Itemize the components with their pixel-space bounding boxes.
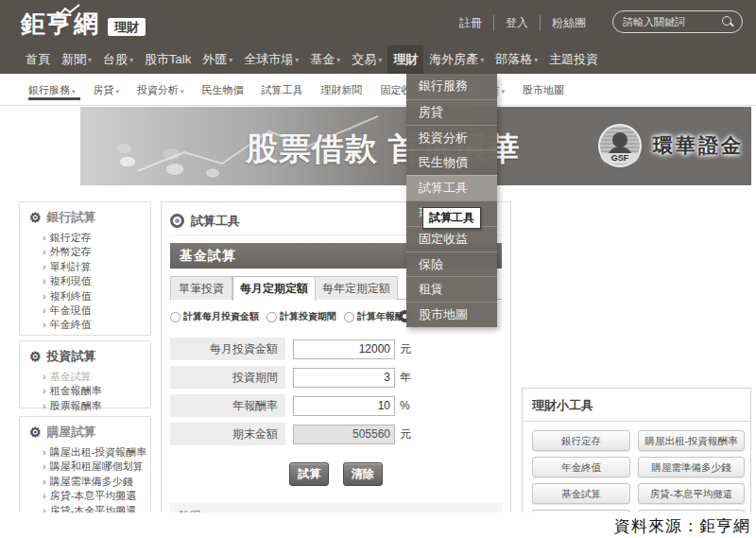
login-link[interactable]: 登入 bbox=[493, 15, 540, 31]
radio-icon[interactable] bbox=[266, 312, 277, 322]
caret-down-icon: ▾ bbox=[336, 56, 340, 64]
arrow-right-icon: › bbox=[43, 319, 46, 330]
radio-calc-period[interactable]: 計算投資期間 bbox=[266, 310, 336, 323]
wealth-dropdown-menu: 銀行服務 房貸 投資分析 民生物價 試算工具 理財新聞 固定收益 保險 租賃 股… bbox=[406, 74, 497, 327]
tool-fund-calc[interactable]: 基金試算 bbox=[532, 483, 630, 504]
bullseye-icon bbox=[170, 214, 184, 228]
search-input[interactable] bbox=[621, 15, 722, 28]
search-box[interactable] bbox=[612, 10, 743, 33]
sidebar-item-buy-rent-return[interactable]: ›購屋出租-投資報酬率 bbox=[43, 445, 141, 460]
sidebar-item-fund-calc[interactable]: ›基金試算 bbox=[43, 370, 141, 384]
tool-bank-deposit[interactable]: 銀行定存 bbox=[532, 430, 630, 451]
account-links: 註冊 登入 粉絲團 bbox=[448, 15, 597, 31]
tab-yearly-fixed[interactable]: 每年定期定額 bbox=[315, 276, 398, 300]
sidebar-item-annuity-fv[interactable]: ›年金終值 bbox=[43, 318, 141, 332]
sidebar-item-buy-vs-rent[interactable]: ›購屋和租屋哪個划算 bbox=[43, 460, 141, 474]
subnav-invest-analysis[interactable]: 投資分析▾ bbox=[137, 83, 184, 97]
site-logo[interactable]: 鉅亨網 理財 bbox=[21, 9, 146, 38]
sidebar-item-rent-return[interactable]: ›租金報酬率 bbox=[43, 384, 141, 398]
tool-mortgage-equal-payment[interactable]: 房貸-本息平均攤還 bbox=[638, 483, 745, 504]
arrow-right-icon: › bbox=[43, 385, 46, 396]
tab-monthly-fixed[interactable]: 每月定期定額 bbox=[232, 276, 316, 301]
menu-item-stock-map[interactable]: 股市地圖 bbox=[406, 302, 497, 327]
clear-button[interactable]: 清除 bbox=[343, 462, 383, 486]
radio-icon[interactable] bbox=[170, 312, 180, 322]
investment-period-input[interactable] bbox=[293, 368, 395, 388]
form-row: 投資期間 年 bbox=[170, 366, 502, 389]
caret-down-icon: ▾ bbox=[229, 56, 232, 64]
advertiser-name: 環華證金 bbox=[653, 132, 744, 159]
sidebar-section-housing: ⚙ 購屋試算 ›購屋出租-投資報酬率 ›購屋和租屋哪個划算 ›購屋需準備多少錢 … bbox=[19, 416, 151, 525]
radio-calc-monthly-amount[interactable]: 計算每月投資金額 bbox=[170, 310, 259, 323]
sidebar-item-stock-return[interactable]: ›股票報酬率 bbox=[43, 399, 141, 413]
nav-blog[interactable]: 部落格▾ bbox=[490, 45, 543, 74]
field-label: 期末金額 bbox=[170, 423, 285, 445]
tools-panel-title: 理財小工具 bbox=[523, 389, 750, 422]
menu-item-calculators-highlighted[interactable]: 試算工具 bbox=[406, 175, 497, 200]
sidebar-item-compound-fv[interactable]: ›複利終值 bbox=[43, 289, 141, 304]
cursor-tooltip: 試算工具 bbox=[422, 207, 481, 229]
subnav-living-prices[interactable]: 民生物價 bbox=[202, 83, 244, 97]
subnav-bank-services[interactable]: 銀行服務▾ bbox=[28, 83, 76, 97]
nav-trading[interactable]: 交易▾ bbox=[346, 45, 387, 74]
caret-down-icon: ▾ bbox=[502, 88, 506, 95]
sidebar-item-foreign-deposit[interactable]: ›外幣定存 bbox=[43, 245, 141, 259]
sidebar-item-simple-interest[interactable]: ›單利計算 bbox=[43, 260, 141, 274]
tab-single-investment[interactable]: 單筆投資 bbox=[170, 276, 232, 300]
nav-wealth-active[interactable]: 理財 bbox=[387, 45, 423, 74]
sidebar-section-title: ⚙ 銀行試算 bbox=[29, 209, 141, 226]
menu-item-insurance[interactable]: 保險 bbox=[406, 252, 497, 277]
nav-news[interactable]: 新聞▾ bbox=[56, 45, 97, 74]
fanpage-link[interactable]: 粉絲團 bbox=[540, 15, 597, 31]
nav-global-markets[interactable]: 全球市場▾ bbox=[238, 45, 304, 74]
sidebar-section-title: ⚙ 投資試算 bbox=[29, 348, 141, 365]
gear-icon: ⚙ bbox=[29, 211, 42, 224]
stock-line-icon bbox=[57, 4, 81, 19]
monthly-amount-input[interactable] bbox=[293, 339, 395, 359]
nav-forex[interactable]: 外匯▾ bbox=[197, 45, 238, 74]
tool-how-much-to-buy[interactable]: 購屋需準備多少錢 bbox=[638, 457, 745, 477]
subnav-active-underline bbox=[28, 97, 80, 100]
sidebar-item-how-much-to-buy[interactable]: ›購屋需準備多少錢 bbox=[43, 475, 141, 489]
nav-theme-invest[interactable]: 主題投資 bbox=[543, 45, 604, 74]
menu-item-mortgage[interactable]: 房貸 bbox=[406, 99, 497, 125]
menu-item-bank-services[interactable]: 銀行服務 bbox=[406, 74, 497, 99]
menu-item-invest-analysis[interactable]: 投資分析 bbox=[406, 125, 497, 150]
menu-item-leasing[interactable]: 租賃 bbox=[406, 276, 497, 302]
subnav-wealth-news[interactable]: 理財新聞 bbox=[321, 83, 363, 97]
subnav-calculators[interactable]: 試算工具 bbox=[262, 83, 303, 97]
subnav-mortgage[interactable]: 房貸▾ bbox=[94, 83, 120, 97]
nav-home[interactable]: 首頁 bbox=[20, 45, 56, 74]
menu-item-living-prices[interactable]: 民生物價 bbox=[406, 149, 497, 175]
arrow-right-icon: › bbox=[43, 460, 46, 472]
nav-stock-talk[interactable]: 股市Talk bbox=[139, 45, 197, 74]
arrow-right-icon: › bbox=[43, 290, 46, 302]
sidebar-item-mortgage-equal-payment[interactable]: ›房貸-本息平均攤還 bbox=[43, 489, 141, 503]
sidebar-section-bank: ⚙ 銀行試算 ›銀行定存 ›外幣定存 ›單利計算 ›複利現值 ›複利終值 ›年金… bbox=[19, 201, 151, 336]
register-link[interactable]: 註冊 bbox=[448, 15, 493, 31]
sidebar-item-annuity-pv[interactable]: ›年金現值 bbox=[43, 304, 141, 318]
caret-down-icon: ▾ bbox=[129, 56, 133, 64]
sidebar-item-compound-pv[interactable]: ›複利現值 bbox=[43, 274, 141, 288]
caret-down-icon: ▾ bbox=[378, 56, 382, 64]
menu-item-fixed-income[interactable]: 固定收益 bbox=[406, 226, 497, 252]
arrow-right-icon: › bbox=[43, 400, 46, 411]
calculate-button[interactable]: 試算 bbox=[289, 462, 329, 486]
search-icon[interactable] bbox=[722, 16, 734, 28]
caret-down-icon: ▾ bbox=[480, 56, 484, 64]
tool-buy-rent-return[interactable]: 購屋出租-投資報酬率 bbox=[638, 430, 745, 451]
wealth-tools-panel: 理財小工具 銀行定存 購屋出租-投資報酬率 年金終值 購屋需準備多少錢 基金試算… bbox=[522, 388, 751, 529]
sidebar-item-bank-deposit[interactable]: ›銀行定存 bbox=[43, 231, 141, 245]
brand-row: 鉅亨網 理財 註冊 登入 粉絲團 bbox=[0, 0, 756, 45]
nav-taiwan-stocks[interactable]: 台股▾ bbox=[97, 45, 139, 74]
annual-return-input[interactable] bbox=[293, 396, 395, 416]
bottom-strip: 資料來源：鉅亨網 bbox=[0, 512, 756, 538]
subnav-stock-map[interactable]: 股市地圖 bbox=[523, 83, 564, 97]
tool-annuity-fv[interactable]: 年金終值 bbox=[532, 457, 630, 477]
field-label: 投資期間 bbox=[170, 366, 285, 389]
nav-overseas-property[interactable]: 海外房產▾ bbox=[423, 45, 490, 74]
arrow-right-icon: › bbox=[43, 261, 46, 272]
final-amount-output[interactable] bbox=[293, 425, 395, 444]
nav-funds[interactable]: 基金▾ bbox=[304, 45, 346, 74]
radio-icon[interactable] bbox=[344, 312, 354, 322]
